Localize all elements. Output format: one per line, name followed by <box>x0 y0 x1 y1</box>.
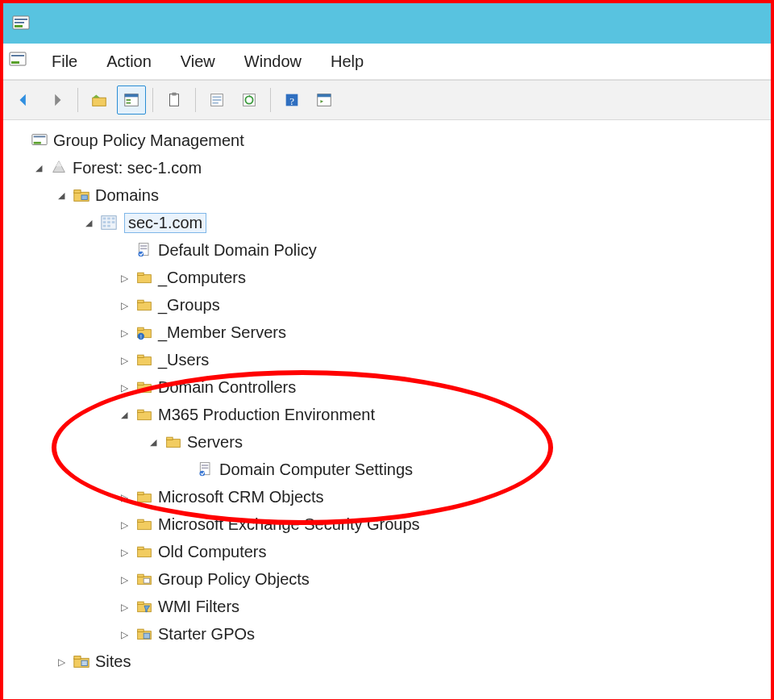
svg-rect-17 <box>213 102 218 104</box>
expander-icon[interactable] <box>118 298 131 311</box>
tree-node-gpo-container[interactable]: Group Policy Objects <box>10 565 771 593</box>
tree-node-ou-member-servers[interactable]: ! _Member Servers <box>10 319 771 346</box>
expander-icon[interactable] <box>147 435 160 448</box>
menu-help[interactable]: Help <box>316 49 378 74</box>
expander-icon[interactable] <box>55 189 68 202</box>
expander-icon[interactable] <box>118 271 131 284</box>
expander-icon[interactable] <box>118 518 131 531</box>
expander-icon[interactable] <box>118 545 131 558</box>
svg-rect-53 <box>138 385 152 393</box>
ou-folder-icon <box>135 269 153 286</box>
tree-view[interactable]: Group Policy Management Forest: sec-1.co… <box>3 120 771 699</box>
tree-node-gpm-root[interactable]: Group Policy Management <box>10 127 771 154</box>
tree-node-ou-m365-prod[interactable]: M365 Production Environment <box>10 401 771 428</box>
toolbar-clipboard-button[interactable] <box>160 85 189 115</box>
expander-icon[interactable] <box>118 627 131 640</box>
forest-icon <box>50 159 68 177</box>
menu-file[interactable]: File <box>37 49 92 74</box>
toolbar-refresh-button[interactable] <box>235 85 264 115</box>
svg-rect-12 <box>170 94 179 106</box>
ou-folder-icon <box>135 488 153 506</box>
svg-rect-37 <box>103 225 106 227</box>
toolbar-properties-button[interactable] <box>202 85 231 115</box>
svg-rect-67 <box>138 549 152 557</box>
tree-node-forest[interactable]: Forest: sec-1.com <box>10 154 771 181</box>
ou-folder-icon <box>135 378 153 396</box>
tree-node-gpo-domain-computer-settings[interactable]: Domain Computer Settings <box>10 456 771 483</box>
tree-node-ou-domain-controllers[interactable]: Domain Controllers <box>10 373 771 401</box>
svg-rect-57 <box>167 440 181 448</box>
svg-rect-6 <box>11 55 24 56</box>
svg-rect-38 <box>107 225 110 227</box>
svg-rect-31 <box>103 218 106 220</box>
svg-rect-75 <box>138 629 144 631</box>
svg-rect-40 <box>140 245 147 247</box>
tree-node-label: Domain Controllers <box>158 378 296 397</box>
tree-node-ou-old-computers[interactable]: Old Computers <box>10 538 771 565</box>
tree-node-label: Domains <box>95 186 159 205</box>
svg-rect-63 <box>138 494 152 502</box>
tree-node-label: Microsoft CRM Objects <box>158 488 324 506</box>
expander-icon[interactable] <box>55 655 68 668</box>
svg-rect-13 <box>172 93 177 96</box>
tree-node-ou-exchange-groups[interactable]: Microsoft Exchange Security Groups <box>10 510 771 538</box>
svg-text:?: ? <box>289 96 294 107</box>
domains-icon <box>73 186 90 204</box>
expander-icon[interactable] <box>118 353 131 366</box>
menu-app-icon <box>8 50 29 73</box>
tree-node-ou-groups[interactable]: _Groups <box>10 291 771 319</box>
expander-icon[interactable] <box>118 326 131 339</box>
svg-rect-79 <box>81 660 87 665</box>
tree-node-ou-crm-objects[interactable]: Microsoft CRM Objects <box>10 483 771 510</box>
svg-rect-33 <box>112 218 115 220</box>
expander-icon[interactable] <box>118 381 131 394</box>
tree-node-ou-servers[interactable]: Servers <box>10 428 771 456</box>
menu-view[interactable]: View <box>166 49 230 74</box>
tree-node-wmi-filters[interactable]: WMI Filters <box>10 593 771 620</box>
gpo-link-icon <box>197 460 214 478</box>
gpm-root-icon <box>31 131 48 149</box>
tree-node-ou-computers[interactable]: _Computers <box>10 264 771 291</box>
svg-rect-65 <box>138 522 152 530</box>
tree-node-label: Forest: sec-1.com <box>73 159 202 177</box>
gpo-container-icon <box>135 570 153 588</box>
expander-icon[interactable] <box>118 490 131 503</box>
toolbar: ? <box>3 80 771 120</box>
svg-rect-70 <box>138 574 144 577</box>
tree-node-label: _Groups <box>158 296 220 315</box>
tree-node-label: WMI Filters <box>158 598 239 616</box>
toolbar-up-button[interactable] <box>85 85 114 115</box>
svg-rect-32 <box>107 218 110 220</box>
toolbar-show-hide-tree-button[interactable] <box>117 85 146 115</box>
menu-action[interactable]: Action <box>92 49 166 74</box>
svg-rect-10 <box>127 99 131 101</box>
tree-node-label: _Users <box>158 351 209 369</box>
svg-rect-3 <box>15 22 24 23</box>
toolbar-back-button[interactable] <box>10 85 39 115</box>
tree-node-label: Default Domain Policy <box>158 241 317 260</box>
expander-icon[interactable] <box>118 408 131 421</box>
toolbar-forward-button[interactable] <box>42 85 71 115</box>
tree-node-domains[interactable]: Domains <box>10 181 771 209</box>
expander-icon[interactable] <box>118 573 131 585</box>
toolbar-help-button[interactable]: ? <box>277 85 306 115</box>
tree-node-sites[interactable]: Sites <box>10 648 771 675</box>
expander-icon[interactable] <box>82 216 95 229</box>
expander-icon[interactable] <box>32 161 45 174</box>
tree-node-ou-users[interactable]: _Users <box>10 346 771 373</box>
toolbar-separator <box>77 88 78 112</box>
tree-node-domain-sec1[interactable]: sec-1.com <box>10 209 771 236</box>
svg-rect-64 <box>138 492 144 494</box>
svg-rect-60 <box>202 465 208 466</box>
tree-node-starter-gpos[interactable]: Starter GPOs <box>10 620 771 648</box>
menu-window[interactable]: Window <box>230 49 316 74</box>
tree-node-default-domain-policy[interactable]: Default Domain Policy <box>10 236 771 264</box>
tree-node-label: _Computers <box>158 269 246 287</box>
svg-rect-45 <box>138 302 152 310</box>
tree-node-label: _Member Servers <box>158 323 286 342</box>
svg-rect-54 <box>138 382 144 385</box>
svg-rect-78 <box>74 656 81 660</box>
svg-rect-41 <box>140 248 147 250</box>
toolbar-console-button[interactable] <box>310 85 339 115</box>
expander-icon[interactable] <box>118 600 131 613</box>
